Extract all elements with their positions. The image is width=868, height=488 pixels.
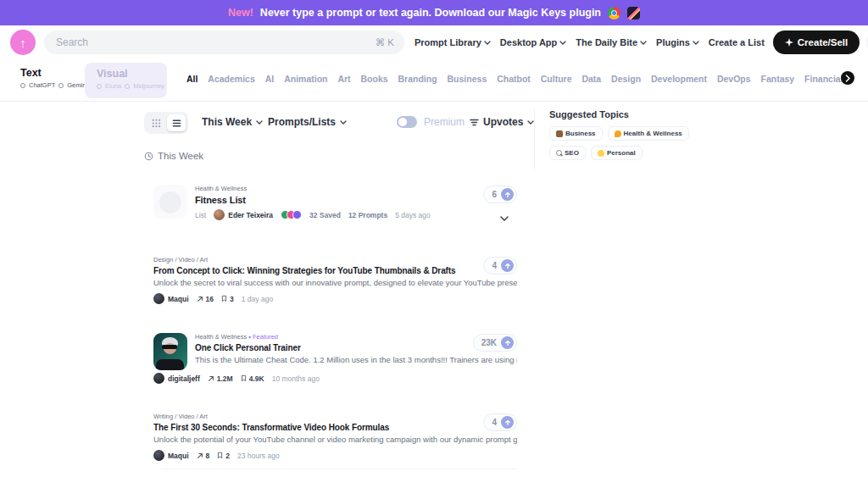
uses-stat: 8 xyxy=(197,452,210,460)
prompt-card[interactable]: Health & Wellness • Featured One Click P… xyxy=(153,333,517,384)
list-type-label: List xyxy=(195,211,206,219)
sort-icon xyxy=(470,119,479,126)
briefcase-icon xyxy=(556,130,563,137)
topic-chip-business[interactable]: Business xyxy=(549,126,603,141)
upvote-button[interactable]: 4 xyxy=(483,413,517,431)
category-tabs: All Academics AI Animation Art Books Bra… xyxy=(186,74,853,89)
view-mode-toggle xyxy=(144,112,188,134)
bookmark-icon xyxy=(221,295,227,302)
time-filter-dropdown[interactable]: This Week xyxy=(202,116,263,128)
topic-chip-health-wellness[interactable]: Health & Wellness xyxy=(608,126,689,141)
nav-prompt-library[interactable]: Prompt Library xyxy=(415,37,491,47)
list-view-button[interactable] xyxy=(167,114,186,131)
category-tab[interactable]: All xyxy=(186,74,198,84)
upvote-arrow-icon xyxy=(501,188,514,201)
chevron-down-icon xyxy=(256,120,263,125)
category-tab[interactable]: AI xyxy=(265,74,275,84)
prompt-card[interactable]: Design / Video / Art From Concept to Cli… xyxy=(153,256,517,304)
magic-keys-plugin-icon xyxy=(627,7,640,19)
search-bar: ⌘ K xyxy=(44,30,404,54)
suggested-topics: Suggested Topics Business Health & Welln… xyxy=(549,109,727,160)
mode-tab-text[interactable]: Text ChatGPT Gemini xyxy=(20,67,87,89)
create-sell-button[interactable]: Create/Sell xyxy=(773,30,860,54)
saved-by-avatars xyxy=(281,210,302,219)
post-age: 5 days ago xyxy=(395,211,431,219)
magnifier-icon xyxy=(556,150,562,156)
category-tab[interactable]: DevOps xyxy=(717,74,751,84)
expand-list-chevron[interactable] xyxy=(500,209,509,225)
author-avatar xyxy=(153,293,164,304)
nav-create-a-list[interactable]: Create a List xyxy=(709,37,765,47)
premium-label: Premium xyxy=(424,116,465,128)
trending-icon xyxy=(208,375,214,382)
prompts-count: 12 Prompts xyxy=(348,211,387,219)
post-age: 1 day ago xyxy=(242,295,273,303)
prompt-meta: Maqui 8 2 23 hours ago xyxy=(153,450,517,461)
premium-toggle[interactable] xyxy=(397,116,417,128)
prompt-meta: digitaljeff 1.2M 4.9K 10 months ago xyxy=(153,373,517,384)
category-tab[interactable]: Financial xyxy=(804,74,843,84)
uses-stat: 16 xyxy=(197,295,214,303)
saved-count: 32 Saved xyxy=(309,211,341,219)
scroll-categories-right-button[interactable] xyxy=(841,71,854,85)
category-tab[interactable]: Business xyxy=(448,74,487,84)
flowgpt-logo[interactable]: ↑ xyxy=(10,30,36,55)
category-tab[interactable]: Culture xyxy=(541,74,572,84)
category-bar: Text ChatGPT Gemini Visual Eluna Midjour… xyxy=(0,59,868,102)
category-tab[interactable]: Books xyxy=(361,74,388,84)
chatgpt-icon xyxy=(20,83,25,88)
topic-chip-seo[interactable]: SEO xyxy=(549,146,586,160)
upvote-button[interactable]: 4 xyxy=(483,257,517,274)
topic-chip-personal[interactable]: Personal xyxy=(591,146,643,160)
upvote-button[interactable]: 23K xyxy=(473,334,517,352)
list-icon xyxy=(172,119,181,128)
prompt-card[interactable]: Health & Wellness Fitness List List Eder… xyxy=(153,185,517,220)
prompt-meta: Maqui 16 3 1 day ago xyxy=(153,293,517,304)
category-tab[interactable]: Fantasy xyxy=(761,74,795,84)
prompt-card[interactable]: Writing / Video / Art The First 30 Secon… xyxy=(153,413,517,461)
nav-daily-bite[interactable]: The Daily Bite xyxy=(576,37,647,47)
upvote-arrow-icon xyxy=(501,259,514,272)
chevron-down-icon xyxy=(693,41,699,45)
trending-icon xyxy=(197,296,203,302)
prompt-meta: List Eder Teixeira 32 Saved 12 Prompts 5… xyxy=(195,209,517,220)
smiley-icon xyxy=(598,150,604,157)
category-tab[interactable]: Design xyxy=(611,74,641,84)
upvote-button[interactable]: 6 xyxy=(483,186,517,203)
eluna-icon xyxy=(97,84,102,89)
category-tab[interactable]: Art xyxy=(337,74,350,84)
nav-desktop-app[interactable]: Desktop App xyxy=(500,37,566,47)
post-age: 10 months ago xyxy=(272,374,320,383)
mode-tab-visual[interactable]: Visual Eluna Midjourney xyxy=(85,63,167,98)
prompt-thumbnail xyxy=(153,333,187,370)
prompt-description: This is the Ultimate Cheat Code. 1.2 Mil… xyxy=(195,355,517,364)
main-nav: Prompt Library Desktop App The Daily Bit… xyxy=(415,37,765,47)
sort-dropdown[interactable]: Upvotes xyxy=(470,116,534,128)
category-tab[interactable]: Animation xyxy=(284,74,327,84)
search-input[interactable] xyxy=(44,30,404,54)
list-thumbnail xyxy=(153,185,187,219)
nav-plugins[interactable]: Plugins xyxy=(656,37,699,47)
prompt-title: The First 30 Seconds: Transformative Vid… xyxy=(153,423,469,432)
prompt-title: One Click Personal Trainer xyxy=(195,343,510,352)
type-filter-dropdown[interactable]: Prompts/Lists xyxy=(268,116,347,128)
vertical-divider xyxy=(534,108,535,169)
category-tab[interactable]: Chatbot xyxy=(497,74,531,84)
category-tab[interactable]: Academics xyxy=(208,74,254,84)
banner-message: Never type a prompt or text again. Downl… xyxy=(260,7,601,19)
grid-icon xyxy=(152,119,161,128)
category-tab[interactable]: Development xyxy=(651,74,707,84)
prompt-description: Unlock the secret to viral success with … xyxy=(153,278,517,287)
promo-banner[interactable]: New! Never type a prompt or text again. … xyxy=(0,0,868,25)
category-tab[interactable]: Branding xyxy=(398,74,437,84)
bookmark-icon xyxy=(217,452,223,459)
saves-stat: 2 xyxy=(217,452,230,460)
saves-stat: 4.9K xyxy=(241,374,264,383)
category-tab[interactable]: Data xyxy=(581,74,601,84)
chevron-down-icon xyxy=(484,41,491,45)
grid-view-button[interactable] xyxy=(147,114,165,131)
section-title: This Week xyxy=(158,151,203,161)
upvote-arrow-icon xyxy=(501,336,514,349)
chevron-down-icon xyxy=(500,216,509,221)
feed-bottom-divider xyxy=(161,469,515,469)
